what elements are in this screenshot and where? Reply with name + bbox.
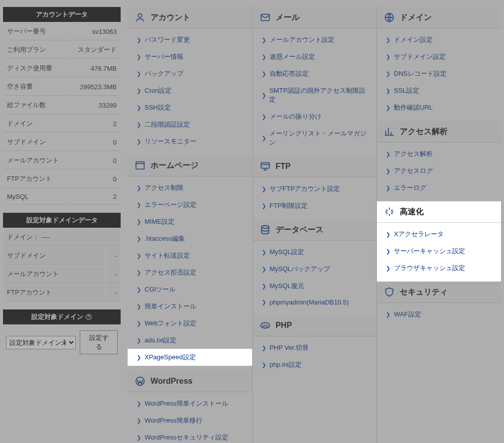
chevron-right-icon: ❯ xyxy=(386,168,391,174)
domain-icon xyxy=(384,12,395,23)
section-body-database: ❯MySQL設定❯MySQLバックアップ❯MySQL復元❯phpmyadmin(… xyxy=(253,241,377,315)
menu-item[interactable]: ❯簡単インストール xyxy=(128,298,252,315)
menu-item[interactable]: ❯phpmyadmin(MariaDB10.5) xyxy=(253,295,377,310)
menu-item[interactable]: ❯二段階認証設定 xyxy=(128,116,252,133)
menu-item-label: MySQLバックアップ xyxy=(270,265,330,274)
menu-item[interactable]: ❯SSL設定 xyxy=(377,82,501,99)
menu-item[interactable]: ❯サブFTPアカウント設定 xyxy=(253,180,377,197)
menu-item[interactable]: ❯メールアカウント設定 xyxy=(253,31,377,48)
menu-item[interactable]: ❯自動応答設定 xyxy=(253,65,377,82)
section-header-wordpress: WordPress xyxy=(128,371,252,392)
chevron-right-icon: ❯ xyxy=(386,265,391,272)
menu-item[interactable]: ❯DNSレコード設定 xyxy=(377,65,501,82)
menu-item[interactable]: ❯WordPress簡単インストール xyxy=(128,395,252,412)
menu-item[interactable]: ❯MIME設定 xyxy=(128,213,252,230)
menu-item[interactable]: ❯迷惑メール設定 xyxy=(253,48,377,65)
menu-item-label: サブFTPアカウント設定 xyxy=(270,184,340,193)
chevron-right-icon: ❯ xyxy=(137,202,142,208)
menu-item-label: 迷惑メール設定 xyxy=(270,52,315,61)
section-header-database: データベース xyxy=(253,219,377,241)
menu-item[interactable]: ❯ブラウザキャッシュ設定 xyxy=(377,260,501,277)
chevron-right-icon: ❯ xyxy=(262,249,267,256)
menu-item-label: 二段階認証設定 xyxy=(145,120,190,129)
menu-item[interactable]: ❯メーリングリスト・メールマガジン xyxy=(253,125,377,151)
svg-text:php: php xyxy=(262,324,268,328)
menu-item[interactable]: ❯リソースモニター xyxy=(128,133,252,150)
chevron-right-icon: ❯ xyxy=(386,311,391,318)
menu-item[interactable]: ❯WordPress簡単移行 xyxy=(128,412,252,429)
chevron-right-icon: ❯ xyxy=(386,88,391,94)
menu-item[interactable]: ❯アクセス拒否設定 xyxy=(128,264,252,281)
menu-item[interactable]: ❯Xアクセラレータ xyxy=(377,226,501,243)
chevron-right-icon: ❯ xyxy=(137,287,142,293)
menu-item[interactable]: ❯バックアップ xyxy=(128,65,252,82)
menu-item[interactable]: ❯FTP制限設定 xyxy=(253,197,377,214)
menu-item-label: 動作確認URL xyxy=(394,103,433,112)
section-body-access: ❯アクセス解析❯アクセスログ❯エラーログ xyxy=(377,143,501,201)
menu-item[interactable]: ❯Cron設定 xyxy=(128,82,252,99)
menu-item[interactable]: ❯WordPressセキュリティ設定 xyxy=(128,429,252,443)
section-title: ホームページ xyxy=(151,160,198,171)
menu-item[interactable]: ❯アクセスログ xyxy=(377,162,501,179)
menu-item[interactable]: ❯動作確認URL xyxy=(377,99,501,116)
menu-item-label: php.ini設定 xyxy=(270,360,302,369)
menu-item[interactable]: ❯Webフォント設定 xyxy=(128,315,252,332)
menu-item-label: PHP Ver.切替 xyxy=(270,343,309,352)
chevron-right-icon: ❯ xyxy=(137,435,142,441)
menu-item-label: サブドメイン設定 xyxy=(394,52,446,61)
chevron-right-icon: ❯ xyxy=(137,185,142,191)
menu-item[interactable]: ❯ドメイン設定 xyxy=(377,31,501,48)
section-header-php: php PHP xyxy=(253,315,377,336)
menu-item[interactable]: ❯パスワード変更 xyxy=(128,31,252,48)
menu-item[interactable]: ❯サーバーキャッシュ設定 xyxy=(377,243,501,260)
section-body-security: ❯WAF設定 xyxy=(377,303,501,328)
menu-item[interactable]: ❯メールの振り分け xyxy=(253,108,377,125)
account-row-label: ディスク使用量 xyxy=(4,60,69,77)
menu-item-label: Cron設定 xyxy=(145,86,171,95)
section-body-speed: ❯Xアクセラレータ❯サーバーキャッシュ設定❯ブラウザキャッシュ設定 xyxy=(377,223,501,282)
menu-item[interactable]: ❯サブドメイン設定 xyxy=(377,48,501,65)
menu-item[interactable]: ❯MySQLバックアップ xyxy=(253,261,377,278)
menu-item[interactable]: ❯SMTP認証の国外アクセス制限設定 xyxy=(253,82,377,108)
menu-item[interactable]: ❯CGIツール xyxy=(128,281,252,298)
section-title: ドメイン xyxy=(400,12,432,23)
menu-item[interactable]: ❯XPageSpeed設定 xyxy=(128,349,252,366)
menu-item-label: Xアクセラレータ xyxy=(394,230,444,239)
menu-item[interactable]: ❯.htaccess編集 xyxy=(128,230,252,247)
chevron-right-icon: ❯ xyxy=(137,219,142,225)
menu-item-label: サイト転送設定 xyxy=(145,251,190,260)
menu-item[interactable]: ❯MySQL復元 xyxy=(253,278,377,295)
account-row-value: 33289 xyxy=(70,97,120,114)
menu-item[interactable]: ❯WAF設定 xyxy=(377,306,501,323)
domain-row-label: サブドメイン xyxy=(4,247,105,265)
chevron-right-icon: ❯ xyxy=(262,345,267,351)
menu-item[interactable]: ❯エラーログ xyxy=(377,179,501,196)
menu-item-label: WordPress簡単移行 xyxy=(145,416,202,425)
menu-item-label: パスワード変更 xyxy=(145,35,190,44)
menu-item[interactable]: ❯ads.txt設定 xyxy=(128,332,252,349)
account-data-title: アカウントデータ xyxy=(3,7,121,22)
menu-item[interactable]: ❯MySQL設定 xyxy=(253,244,377,261)
menu-item[interactable]: ❯エラーページ設定 xyxy=(128,196,252,213)
chevron-right-icon: ❯ xyxy=(137,401,142,407)
menu-item[interactable]: ❯SSH設定 xyxy=(128,99,252,116)
chevron-right-icon: ❯ xyxy=(262,37,267,43)
account-row-value: 2 xyxy=(70,189,120,205)
chevron-right-icon: ❯ xyxy=(137,337,142,344)
target-domain-select[interactable]: 設定対象ドメイン未 xyxy=(6,336,76,349)
set-domain-button[interactable]: 設定する xyxy=(80,330,118,354)
menu-item[interactable]: ❯php.ini設定 xyxy=(253,356,377,373)
account-row-label: 総ファイル数 xyxy=(4,97,69,114)
account-row-label: サーバー番号 xyxy=(4,23,69,40)
help-icon xyxy=(85,313,92,320)
menu-item[interactable]: ❯PHP Ver.切替 xyxy=(253,339,377,356)
domain-row-label: FTPアカウント xyxy=(4,284,105,301)
chevron-right-icon: ❯ xyxy=(137,122,142,128)
chevron-right-icon: ❯ xyxy=(137,303,142,310)
menu-item[interactable]: ❯サイト転送設定 xyxy=(128,247,252,264)
menu-item[interactable]: ❯サーバー情報 xyxy=(128,48,252,65)
section-title: アカウント xyxy=(151,12,190,23)
menu-item[interactable]: ❯アクセス解析 xyxy=(377,146,501,162)
chevron-right-icon: ❯ xyxy=(262,362,267,368)
menu-item[interactable]: ❯アクセス制限 xyxy=(128,179,252,196)
